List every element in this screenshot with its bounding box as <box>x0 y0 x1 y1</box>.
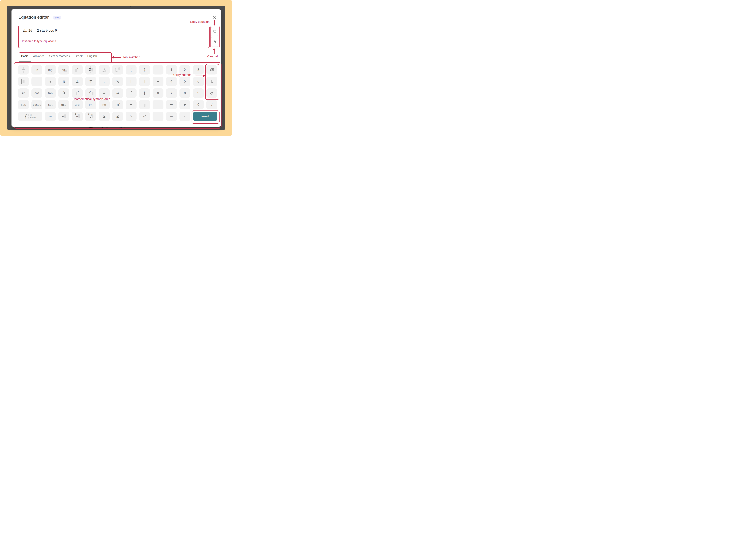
annotation-tab-switcher: Tab switcher <box>123 55 140 59</box>
root-2-key[interactable]: 2√ <box>72 112 83 121</box>
annotation-utility-buttons: Utility buttons <box>173 73 191 77</box>
iff-key[interactable]: ⇔ <box>112 88 123 98</box>
utility-arrow-head <box>203 75 205 77</box>
sqrt-key[interactable]: √ <box>58 112 69 121</box>
utility-arrow-line <box>195 76 203 76</box>
inverse-power-key[interactable]: -1 <box>72 65 83 75</box>
im-key[interactable]: Im <box>85 100 96 109</box>
degree-key[interactable]: ° <box>72 88 83 98</box>
arg-key[interactable]: arg <box>72 100 83 109</box>
summation-key[interactable]: Σ <box>85 65 96 75</box>
root-3-key[interactable]: 3√ <box>85 112 96 121</box>
euler-e-key[interactable]: e <box>45 77 56 86</box>
page-title: Equation editor <box>18 15 49 20</box>
equation-input[interactable]: sin 2θ = 2 sin θ cos θ <box>23 29 57 32</box>
pi-key[interactable]: π <box>58 77 69 86</box>
paren-open-key[interactable]: ( <box>126 65 137 75</box>
subscript-template-key[interactable] <box>99 65 110 75</box>
beta-badge: Beta <box>53 16 61 20</box>
multiply-key[interactable]: × <box>153 88 163 98</box>
divide-key[interactable]: ÷ <box>153 100 163 109</box>
approx-key[interactable]: ≈ <box>179 112 190 121</box>
overline-key[interactable] <box>139 100 150 109</box>
copy-arrow-head <box>213 24 216 26</box>
superscript-template-key[interactable] <box>112 65 123 75</box>
undo-icon <box>210 80 214 83</box>
theta-key[interactable]: θ <box>58 88 69 98</box>
paren-close-key[interactable]: ) <box>139 65 150 75</box>
bracket-close-key[interactable]: ] <box>139 77 150 86</box>
redo-key[interactable] <box>206 88 217 98</box>
infinity-key[interactable]: ∞ <box>45 112 56 121</box>
insert-button-key[interactable]: insert <box>193 112 217 121</box>
zero-key[interactable]: 0 <box>193 100 204 109</box>
lt-key[interactable]: < <box>139 112 150 121</box>
backspace-icon <box>210 68 214 71</box>
four-key[interactable]: 4 <box>166 77 177 86</box>
log-base-key[interactable]: log <box>58 65 69 75</box>
angle-key[interactable]: ∠ <box>85 88 96 98</box>
cosec-key[interactable]: cosec <box>31 100 42 109</box>
sec-key[interactable]: sec <box>18 100 29 109</box>
copy-icon <box>213 30 216 33</box>
plus-key[interactable]: + <box>153 65 163 75</box>
nine-key[interactable]: 9 <box>193 88 204 98</box>
tab-english[interactable]: English <box>87 54 97 58</box>
tab-arrow-line <box>114 57 121 58</box>
close-button[interactable] <box>213 16 217 20</box>
fraction-key[interactable] <box>18 65 29 75</box>
not-equal-key[interactable]: ≠ <box>179 100 190 109</box>
six-key[interactable]: 6 <box>193 77 204 86</box>
ten-power-key[interactable]: 10x <box>112 100 123 109</box>
percent-key[interactable]: % <box>112 77 123 86</box>
cos-key[interactable]: cos <box>31 88 42 98</box>
log-key[interactable]: log <box>45 65 56 75</box>
background-page-text-top: g <box>129 6 133 8</box>
cot-key[interactable]: cot <box>45 100 56 109</box>
eight-key[interactable]: 8 <box>179 88 190 98</box>
equiv-key[interactable]: ≡ <box>166 112 177 121</box>
copy-equation-button[interactable] <box>211 27 218 36</box>
comma-key[interactable]: , <box>153 112 163 121</box>
tab-basic[interactable]: Basic <box>21 54 28 58</box>
tab-advance[interactable]: Advance <box>33 54 45 58</box>
slash-key[interactable]: / <box>206 100 217 109</box>
five-key[interactable]: 5 <box>179 77 190 86</box>
minus-plus-key[interactable]: ∓ <box>85 77 96 86</box>
sin-key[interactable]: sin <box>18 88 29 98</box>
close-icon <box>213 16 217 20</box>
absolute-value-key[interactable] <box>18 77 29 86</box>
tab-sets-matrices[interactable]: Sets & Matrices <box>49 54 70 58</box>
annotation-copy-equation: Copy equation <box>178 20 210 24</box>
background-page-equation: Tan (−θ) = − Tan θ <box>87 127 138 129</box>
equals-key[interactable]: = <box>166 100 177 109</box>
brace-close-key[interactable]: } <box>139 88 150 98</box>
implies-key[interactable]: ⇒ <box>99 88 110 98</box>
imaginary-i-key[interactable]: i <box>31 77 42 86</box>
trash-icon <box>213 40 216 43</box>
brace-open-key[interactable]: { <box>126 88 137 98</box>
tan-key[interactable]: tan <box>45 88 56 98</box>
bracket-open-key[interactable]: [ <box>126 77 137 86</box>
clear-all-button[interactable] <box>211 37 218 47</box>
three-key[interactable]: 3 <box>193 65 204 75</box>
plus-minus-key[interactable]: ± <box>72 77 83 86</box>
not-key[interactable]: ¬ <box>126 100 137 109</box>
undo-key[interactable] <box>206 77 217 86</box>
screenshot-canvas: g Tan (−θ) = − Tan θ Equation editor Bet… <box>0 0 232 136</box>
tab-greek[interactable]: Greek <box>75 54 83 58</box>
re-key[interactable]: Re <box>99 100 110 109</box>
minus-key[interactable]: − <box>153 77 163 86</box>
lte-key[interactable]: ≤ <box>112 112 123 121</box>
backspace-key[interactable] <box>206 65 217 75</box>
clear-arrow-line <box>214 50 215 54</box>
seven-key[interactable]: 7 <box>166 88 177 98</box>
piecewise-key[interactable]: {ifotherwise <box>18 112 42 121</box>
gt-key[interactable]: > <box>126 112 137 121</box>
annotation-clear-all: Clear all <box>207 55 218 58</box>
colon-key[interactable]: : <box>99 77 110 86</box>
gte-key[interactable]: ≥ <box>99 112 110 121</box>
ln-key[interactable]: ln <box>31 65 42 75</box>
gcd-key[interactable]: gcd <box>58 100 69 109</box>
annotation-text-area: Text area to type equations <box>21 39 56 43</box>
